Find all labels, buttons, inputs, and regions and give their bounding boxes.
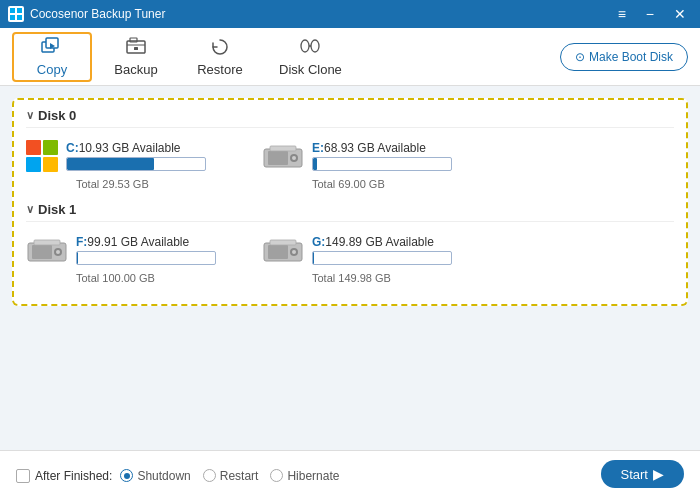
bottom-bar: After Finished: Shutdown Restart Hiberna… [0, 450, 700, 500]
copy-icon [41, 37, 63, 60]
minimize-btn[interactable]: − [640, 5, 660, 23]
radio-group: Shutdown Restart Hibernate [120, 469, 339, 483]
app-icon [8, 6, 24, 22]
svg-rect-9 [134, 47, 138, 50]
backup-button[interactable]: Backup [96, 32, 176, 82]
radio-hibernate[interactable]: Hibernate [270, 469, 339, 483]
app-title: Cocosenor Backup Tuner [30, 7, 165, 21]
disk0-items: C:10.93 GB Available Total 29.53 GB [26, 136, 674, 194]
partition-g-total: Total 149.98 GB [262, 272, 391, 284]
partition-e-label: E:68.93 GB Available [312, 141, 452, 155]
svg-rect-27 [270, 240, 296, 245]
title-bar-left: Cocosenor Backup Tuner [8, 6, 165, 22]
partition-g-top: G:149.89 GB Available [262, 234, 452, 266]
after-finished-checkbox[interactable] [16, 469, 30, 483]
partition-c-progress-wrap [66, 157, 206, 171]
svg-rect-22 [34, 240, 60, 245]
partition-c-total: Total 29.53 GB [26, 178, 149, 190]
partition-c-top: C:10.93 GB Available [26, 140, 206, 172]
disk1-header: ∨ Disk 1 [26, 202, 674, 222]
svg-rect-2 [10, 15, 15, 20]
diskclone-icon [299, 37, 321, 60]
disk1-items: F:99.91 GB Available Total 100.00 GB [26, 230, 674, 288]
make-boot-disk-button[interactable]: ⊙ Make Boot Disk [560, 43, 688, 71]
disk0-label: Disk 0 [38, 108, 76, 123]
partition-e-progress-wrap [312, 157, 452, 171]
menu-btn[interactable]: ≡ [612, 5, 632, 23]
radio-hibernate-circle[interactable] [270, 469, 283, 482]
after-finished-label: After Finished: [35, 469, 112, 483]
partition-e-total: Total 69.00 GB [262, 178, 385, 190]
start-button[interactable]: Start ▶ [601, 460, 684, 488]
svg-point-21 [56, 250, 60, 254]
partition-g-progress-fill [313, 252, 314, 264]
main-content: ∨ Disk 0 C:10.93 G [0, 86, 700, 450]
svg-rect-24 [268, 245, 288, 259]
partition-e-top: E:68.93 GB Available [262, 140, 452, 172]
svg-rect-7 [130, 38, 137, 42]
copy-button[interactable]: Copy [12, 32, 92, 82]
toolbar: Copy Backup Restore [0, 28, 700, 86]
backup-label: Backup [114, 62, 157, 77]
start-label: Start [621, 467, 648, 482]
disk1-group: ∨ Disk 1 [26, 202, 674, 288]
restore-icon [209, 37, 231, 60]
windows-icon-c [26, 140, 58, 172]
svg-rect-3 [17, 15, 22, 20]
hdd-icon-f [26, 234, 68, 266]
window-controls[interactable]: ≡ − ✕ [612, 5, 692, 23]
partition-e-progress-fill [313, 158, 317, 170]
partition-f: F:99.91 GB Available Total 100.00 GB [26, 234, 246, 284]
backup-icon [125, 37, 147, 60]
disk-container: ∨ Disk 0 C:10.93 G [12, 98, 688, 306]
hdd-icon-e [262, 140, 304, 172]
partition-f-progress-wrap [76, 251, 216, 265]
radio-restart-label: Restart [220, 469, 259, 483]
svg-point-16 [292, 156, 296, 160]
hdd-icon-g [262, 234, 304, 266]
svg-rect-17 [270, 146, 296, 151]
disk0-group: ∨ Disk 0 C:10.93 G [26, 108, 674, 194]
partition-f-top: F:99.91 GB Available [26, 234, 216, 266]
partition-f-total: Total 100.00 GB [26, 272, 155, 284]
partition-c-progress-fill [67, 158, 154, 170]
disk0-header: ∨ Disk 0 [26, 108, 674, 128]
partition-f-label: F:99.91 GB Available [76, 235, 216, 249]
svg-rect-0 [10, 8, 15, 13]
disk1-label: Disk 1 [38, 202, 76, 217]
restore-label: Restore [197, 62, 243, 77]
partition-f-progress-fill [77, 252, 78, 264]
svg-point-10 [301, 40, 309, 52]
svg-rect-1 [17, 8, 22, 13]
make-boot-icon: ⊙ [575, 50, 585, 64]
disk0-chevron[interactable]: ∨ [26, 109, 34, 122]
radio-restart[interactable]: Restart [203, 469, 259, 483]
diskclone-button[interactable]: Disk Clone [264, 32, 357, 82]
partition-c-label: C:10.93 GB Available [66, 141, 206, 155]
after-finished-checkbox-wrap[interactable]: After Finished: [16, 469, 112, 483]
partition-g-label: G:149.89 GB Available [312, 235, 452, 249]
close-btn[interactable]: ✕ [668, 5, 692, 23]
radio-restart-circle[interactable] [203, 469, 216, 482]
after-finished-row: After Finished: Shutdown Restart Hiberna… [16, 469, 684, 483]
radio-hibernate-label: Hibernate [287, 469, 339, 483]
diskclone-label: Disk Clone [279, 62, 342, 77]
copy-label: Copy [37, 62, 67, 77]
title-bar: Cocosenor Backup Tuner ≡ − ✕ [0, 0, 700, 28]
radio-shutdown[interactable]: Shutdown [120, 469, 190, 483]
svg-point-26 [292, 250, 296, 254]
partition-c: C:10.93 GB Available Total 29.53 GB [26, 140, 246, 190]
start-arrow-icon: ▶ [653, 466, 664, 482]
disk1-chevron[interactable]: ∨ [26, 203, 34, 216]
svg-rect-19 [32, 245, 52, 259]
partition-g-progress-wrap [312, 251, 452, 265]
restore-button[interactable]: Restore [180, 32, 260, 82]
svg-rect-14 [268, 151, 288, 165]
partition-e: E:68.93 GB Available Total 69.00 GB [262, 140, 482, 190]
svg-point-11 [311, 40, 319, 52]
partition-g: G:149.89 GB Available Total 149.98 GB [262, 234, 482, 284]
radio-shutdown-circle[interactable] [120, 469, 133, 482]
radio-shutdown-label: Shutdown [137, 469, 190, 483]
